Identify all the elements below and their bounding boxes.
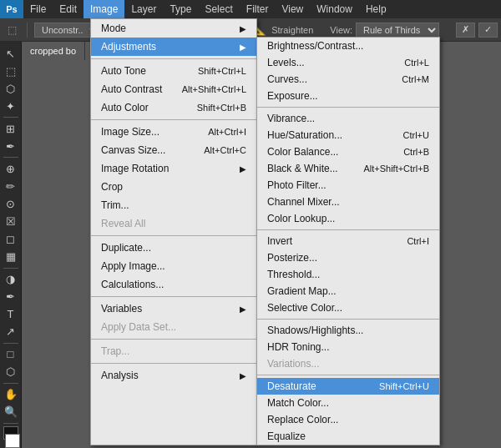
- image-menu-reveal-all[interactable]: Reveal All: [91, 214, 256, 233]
- adj-vibrance[interactable]: Vibrance...: [257, 110, 439, 127]
- adj-replace-color[interactable]: Replace Color...: [257, 411, 439, 428]
- tool-history[interactable]: ☒: [2, 213, 20, 229]
- image-menu-trim[interactable]: Trim...: [91, 196, 256, 214]
- adj-hdr-toning[interactable]: HDR Toning...: [257, 339, 439, 355]
- image-menu-duplicate[interactable]: Duplicate...: [91, 239, 256, 257]
- adj-selective-color[interactable]: Selective Color...: [257, 300, 439, 316]
- trim-label: Trim...: [101, 199, 129, 211]
- adj-variations[interactable]: Variations...: [257, 355, 439, 372]
- menu-help[interactable]: Help: [359, 0, 393, 18]
- image-menu-adjustments[interactable]: Adjustments ▶: [91, 38, 256, 56]
- tool-gradient[interactable]: ▦: [2, 249, 20, 265]
- tool-magic-wand[interactable]: ✦: [2, 98, 20, 114]
- adj-threshold[interactable]: Threshold...: [257, 266, 439, 283]
- tool-clone[interactable]: ⊙: [2, 195, 20, 212]
- adjustments-submenu: Brightness/Contrast... Levels... Ctrl+L …: [256, 37, 440, 445]
- background-color[interactable]: [5, 434, 20, 448]
- adj-color-balance[interactable]: Color Balance... Ctrl+B: [257, 143, 439, 160]
- document-tab-active[interactable]: cropped bo: [22, 42, 85, 60]
- tool-move[interactable]: ↖: [2, 45, 20, 62]
- image-menu-image-size[interactable]: Image Size... Alt+Ctrl+I: [91, 123, 256, 141]
- image-menu-auto-contrast[interactable]: Auto Contrast Alt+Shift+Ctrl+L: [91, 80, 256, 98]
- image-menu-trap[interactable]: Trap...: [91, 342, 256, 360]
- tool-3d[interactable]: ⬡: [2, 364, 20, 380]
- tool-crop[interactable]: ⊞: [2, 120, 20, 137]
- adj-match-color[interactable]: Match Color...: [257, 395, 439, 411]
- menu-view[interactable]: View: [275, 0, 310, 18]
- menu-file[interactable]: File: [23, 0, 53, 18]
- adj-shadows-highlights[interactable]: Shadows/Highlights...: [257, 322, 439, 339]
- sep-4: [91, 296, 256, 297]
- tool-zoom[interactable]: 🔍: [2, 404, 20, 420]
- cancel-crop-button[interactable]: ✗: [456, 23, 475, 38]
- tool-healing[interactable]: ⊕: [2, 160, 20, 177]
- sep-2: [91, 119, 256, 120]
- tool-lasso[interactable]: ⬡: [2, 80, 20, 97]
- image-menu-mode[interactable]: Mode ▶: [91, 19, 256, 38]
- apply-crop-button[interactable]: ✓: [478, 23, 498, 38]
- adj-color-lookup[interactable]: Color Lookup...: [257, 210, 439, 227]
- adj-gradient-map[interactable]: Gradient Map...: [257, 283, 439, 300]
- image-menu-crop[interactable]: Crop: [91, 178, 256, 196]
- menu-image[interactable]: Image: [84, 0, 124, 18]
- posterize-label: Posterize...: [267, 252, 317, 264]
- adj-curves[interactable]: Curves... Ctrl+M: [257, 71, 439, 88]
- adj-desaturate[interactable]: Desaturate Shift+Ctrl+U: [257, 378, 439, 395]
- trap-label: Trap...: [101, 345, 129, 357]
- tool-eraser[interactable]: ◻: [2, 230, 20, 247]
- mode-label: Mode: [101, 23, 126, 34]
- shadows-highlights-label: Shadows/Highlights...: [267, 325, 363, 336]
- adj-equalize[interactable]: Equalize: [257, 428, 439, 445]
- image-menu-canvas-size[interactable]: Canvas Size... Alt+Ctrl+C: [91, 141, 256, 159]
- levels-shortcut: Ctrl+L: [404, 58, 429, 68]
- image-menu-apply-image[interactable]: Apply Image...: [91, 257, 256, 275]
- menu-edit[interactable]: Edit: [53, 0, 84, 18]
- menu-filter[interactable]: Filter: [240, 0, 276, 18]
- curves-shortcut: Ctrl+M: [402, 74, 429, 84]
- black-white-shortcut: Alt+Shift+Ctrl+B: [363, 164, 429, 174]
- adj-invert[interactable]: Invert Ctrl+I: [257, 233, 439, 249]
- image-rotation-label: Image Rotation: [101, 163, 169, 174]
- tool-brush[interactable]: ✏: [2, 178, 20, 194]
- tool-marquee[interactable]: ⬚: [2, 63, 20, 79]
- adj-brightness-contrast[interactable]: Brightness/Contrast...: [257, 38, 439, 54]
- adj-hue-saturation[interactable]: Hue/Saturation... Ctrl+U: [257, 127, 439, 143]
- color-balance-shortcut: Ctrl+B: [403, 147, 429, 157]
- tool-shape[interactable]: □: [2, 346, 20, 363]
- menu-window[interactable]: Window: [310, 0, 359, 18]
- mode-arrow: ▶: [240, 24, 246, 33]
- image-menu-auto-color[interactable]: Auto Color Shift+Ctrl+B: [91, 98, 256, 117]
- tool-hand[interactable]: ✋: [2, 386, 20, 403]
- tool-path[interactable]: ↗: [2, 324, 20, 340]
- duplicate-label: Duplicate...: [101, 242, 151, 254]
- image-menu-image-rotation[interactable]: Image Rotation ▶: [91, 159, 256, 178]
- calculations-label: Calculations...: [101, 279, 164, 290]
- analysis-label: Analysis: [101, 370, 139, 381]
- adj-exposure[interactable]: Exposure...: [257, 88, 439, 104]
- image-menu-calculations[interactable]: Calculations...: [91, 275, 256, 294]
- image-menu-analysis[interactable]: Analysis ▶: [91, 366, 256, 385]
- menu-type[interactable]: Type: [163, 0, 198, 18]
- desaturate-shortcut: Shift+Ctrl+U: [379, 381, 429, 391]
- tool-eyedropper[interactable]: ✒: [2, 138, 20, 154]
- tool-type[interactable]: T: [2, 306, 20, 323]
- tool-dodge[interactable]: ◑: [2, 270, 20, 287]
- adj-levels[interactable]: Levels... Ctrl+L: [257, 54, 439, 71]
- menu-select[interactable]: Select: [198, 0, 239, 18]
- tool-separator-5: [3, 383, 18, 384]
- adj-channel-mixer[interactable]: Channel Mixer...: [257, 194, 439, 210]
- image-menu-apply-data-set[interactable]: Apply Data Set...: [91, 318, 256, 336]
- tool-pen[interactable]: ✒: [2, 289, 20, 305]
- menu-layer[interactable]: Layer: [124, 0, 163, 18]
- adj-black-white[interactable]: Black & White... Alt+Shift+Ctrl+B: [257, 160, 439, 177]
- desaturate-label: Desaturate: [267, 380, 316, 392]
- image-menu-auto-tone[interactable]: Auto Tone Shift+Ctrl+L: [91, 62, 256, 80]
- adj-sep-1: [257, 107, 439, 108]
- adj-posterize[interactable]: Posterize...: [257, 249, 439, 266]
- image-menu-variables[interactable]: Variables ▶: [91, 300, 256, 318]
- app-logo: Ps: [0, 0, 23, 18]
- channel-mixer-label: Channel Mixer...: [267, 196, 340, 208]
- adj-photo-filter[interactable]: Photo Filter...: [257, 177, 439, 194]
- auto-tone-shortcut: Shift+Ctrl+L: [198, 66, 246, 76]
- threshold-label: Threshold...: [267, 269, 320, 280]
